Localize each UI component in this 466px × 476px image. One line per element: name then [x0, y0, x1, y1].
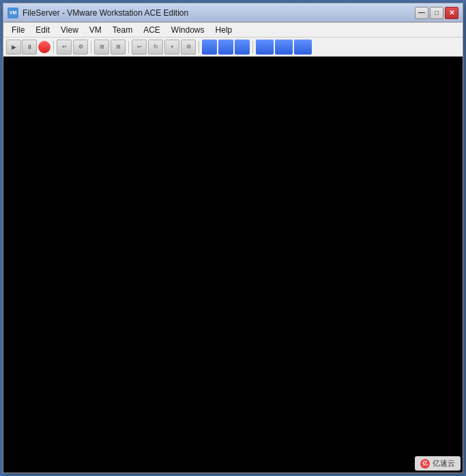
watermark-icon: 亿 — [420, 459, 430, 468]
title-bar-left: VM FileServer - VMware Workstation ACE E… — [8, 8, 188, 18]
window-controls: — □ ✕ — [415, 7, 458, 19]
app-icon: VM — [8, 8, 18, 18]
title-bar: VM FileServer - VMware Workstation ACE E… — [3, 3, 463, 23]
toolbar-group-1: ▶ ⏸ — [6, 40, 37, 55]
close-button[interactable]: ✕ — [445, 7, 458, 19]
toolbar-btn-5[interactable]: ⊞ — [94, 40, 109, 55]
menu-help[interactable]: Help — [210, 24, 238, 36]
menu-vm[interactable]: VM — [84, 24, 107, 36]
toolbar-btn-15[interactable] — [275, 40, 293, 55]
toolbar-btn-16[interactable] — [294, 40, 312, 55]
toolbar-btn-8[interactable]: ↻ — [148, 40, 163, 55]
minimize-button[interactable]: — — [415, 7, 428, 19]
toolbar-btn-2[interactable]: ⏸ — [22, 40, 37, 55]
toolbar-btn-stop[interactable] — [38, 41, 50, 53]
toolbar-btn-10[interactable]: ⚙ — [181, 40, 196, 55]
toolbar-btn-3[interactable]: ↩ — [57, 40, 72, 55]
menu-edit[interactable]: Edit — [30, 24, 55, 36]
watermark-text: 亿速云 — [433, 458, 455, 468]
menu-view[interactable]: View — [55, 24, 84, 36]
menu-ace[interactable]: ACE — [138, 24, 166, 36]
toolbar-btn-12[interactable] — [218, 40, 233, 55]
main-window: VM FileServer - VMware Workstation ACE E… — [3, 3, 463, 473]
toolbar-sep-5 — [252, 41, 253, 53]
toolbar-btn-6[interactable]: ⊞ — [111, 40, 126, 55]
toolbar-btn-4[interactable]: ⚙ — [73, 40, 88, 55]
vm-display[interactable] — [3, 57, 463, 473]
menu-team[interactable]: Team — [107, 24, 138, 36]
window-title: FileServer - VMware Workstation ACE Edit… — [23, 8, 188, 18]
maximize-button[interactable]: □ — [430, 7, 443, 19]
toolbar-sep-4 — [199, 41, 199, 53]
toolbar-btn-7[interactable]: ↩ — [132, 40, 147, 55]
toolbar-sep-1 — [53, 41, 54, 53]
toolbar-btn-11[interactable] — [202, 40, 217, 55]
toolbar-btn-9[interactable]: ⌖ — [164, 40, 179, 55]
watermark: 亿 亿速云 — [415, 456, 461, 471]
menu-windows[interactable]: Windows — [166, 24, 210, 36]
toolbar-btn-1[interactable]: ▶ — [6, 40, 21, 55]
toolbar-sep-3 — [128, 41, 129, 53]
menu-file[interactable]: File — [6, 24, 30, 36]
menu-bar: File Edit View VM Team ACE Windows Help — [3, 23, 463, 38]
toolbar: ▶ ⏸ ↩ ⚙ ⊞ ⊞ ↩ ↻ ⌖ ⚙ — [3, 38, 463, 57]
toolbar-btn-13[interactable] — [235, 40, 250, 55]
toolbar-sep-2 — [91, 41, 91, 53]
toolbar-btn-14[interactable] — [256, 40, 274, 55]
